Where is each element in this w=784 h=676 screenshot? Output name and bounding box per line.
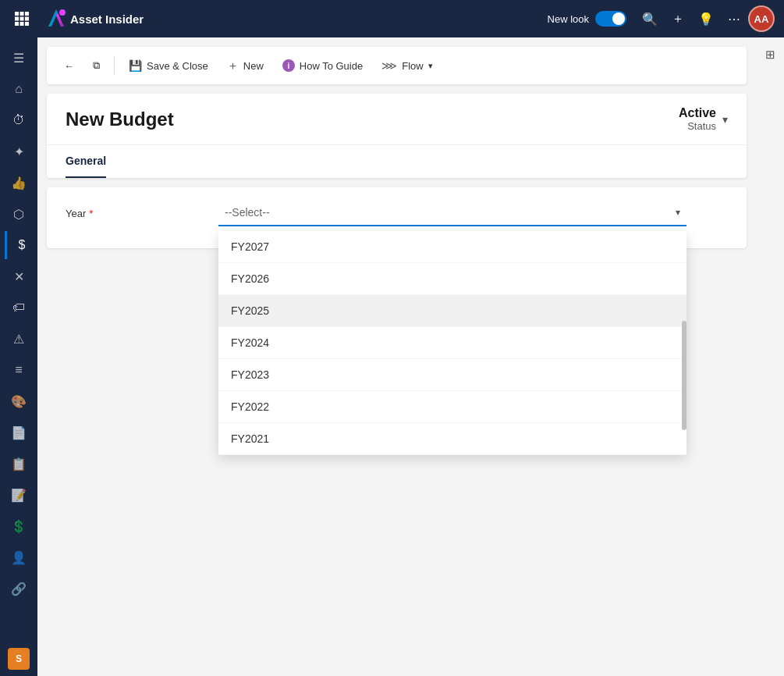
form-title: New Budget — [66, 109, 174, 130]
option-fy2026[interactable]: FY2026 — [218, 263, 686, 295]
option-fy2024[interactable]: FY2024 — [218, 327, 686, 359]
user-avatar[interactable]: AA — [748, 5, 775, 32]
sidebar-tag-icon[interactable]: 🏷 — [5, 294, 33, 322]
how-to-guide-label: How To Guide — [300, 60, 363, 72]
fields-card: Year* --Select-- ▾ FY2027 FY2026 FY2025 … — [47, 187, 747, 248]
sidebar-clock-icon[interactable]: ⏱ — [5, 106, 33, 134]
new-button[interactable]: ＋ New — [219, 54, 271, 78]
status-sub-text: Status — [679, 120, 716, 132]
required-indicator: * — [89, 208, 93, 219]
toolbar-divider-1 — [114, 56, 115, 75]
save-close-button[interactable]: 💾 Save & Close — [121, 55, 216, 76]
flow-chevron-icon: ▾ — [428, 61, 433, 71]
right-panel: ⊞ — [756, 37, 784, 676]
popout-button[interactable]: ⧉ — [85, 55, 108, 76]
option-fy2025[interactable]: FY2025 — [218, 295, 686, 327]
form-card: New Budget Active Status ▾ General — [47, 94, 747, 178]
status-area[interactable]: Active Status ▾ — [679, 106, 728, 132]
status-label: Active Status — [679, 106, 716, 132]
back-icon: ← — [64, 60, 74, 72]
flow-button[interactable]: ⋙ Flow ▾ — [374, 55, 440, 76]
option-fy2022[interactable]: FY2022 — [218, 391, 686, 423]
sidebar-list-icon[interactable]: ≡ — [5, 356, 33, 384]
year-field-row: Year* --Select-- ▾ FY2027 FY2026 FY2025 … — [66, 200, 728, 226]
add-button[interactable]: ＋ — [664, 5, 692, 33]
option-fy2021[interactable]: FY2021 — [218, 423, 686, 455]
option-fy2027[interactable]: FY2027 — [218, 231, 686, 263]
svg-rect-3 — [15, 17, 19, 21]
status-chevron-icon: ▾ — [722, 113, 728, 126]
select-placeholder: --Select-- — [225, 206, 270, 219]
select-chevron-icon: ▾ — [676, 207, 680, 218]
info-icon: i — [282, 59, 295, 72]
sidebar-menu-icon[interactable]: ☰ — [5, 44, 33, 72]
year-select[interactable]: --Select-- ▾ — [218, 200, 686, 226]
how-to-guide-button[interactable]: i How To Guide — [275, 55, 371, 76]
sidebar-thumb-icon[interactable]: 👍 — [5, 169, 33, 197]
app-name: Asset Insider — [70, 12, 548, 26]
sidebar-warning-icon[interactable]: ⚠ — [5, 325, 33, 353]
sidebar-cross-icon[interactable]: ✕ — [5, 262, 33, 290]
dropdown-scrollbar — [682, 231, 686, 455]
sidebar-notes-icon[interactable]: 📝 — [5, 481, 33, 509]
flow-label: Flow — [402, 60, 423, 72]
option-fy2023[interactable]: FY2023 — [218, 359, 686, 391]
year-label: Year* — [66, 208, 206, 219]
sidebar-doc2-icon[interactable]: 📋 — [5, 450, 33, 478]
form-tabs: General — [47, 145, 747, 178]
svg-rect-6 — [15, 22, 19, 26]
more-options-button[interactable]: ⋯ — [720, 5, 748, 33]
svg-rect-7 — [20, 22, 24, 26]
lightbulb-button[interactable]: 💡 — [692, 5, 720, 33]
search-button[interactable]: 🔍 — [636, 5, 664, 33]
sidebar-bottom: S — [8, 648, 30, 670]
sidebar-star-icon[interactable]: ✦ — [5, 137, 33, 165]
sidebar-person-icon[interactable]: 👤 — [5, 543, 33, 571]
svg-rect-4 — [20, 17, 24, 21]
sidebar-org-icon[interactable]: 🔗 — [5, 575, 33, 603]
app-logo — [42, 5, 70, 33]
new-label: New — [243, 60, 264, 72]
svg-rect-0 — [15, 12, 19, 16]
sidebar-doc-icon[interactable]: 📄 — [5, 418, 33, 447]
grid-menu-icon[interactable] — [9, 6, 34, 31]
right-panel-icon[interactable]: ⊞ — [759, 44, 781, 66]
form-header: New Budget Active Status ▾ — [47, 94, 747, 145]
sidebar-budget-icon[interactable]: $ — [5, 231, 33, 259]
save-close-label: Save & Close — [147, 60, 208, 72]
svg-rect-8 — [25, 22, 29, 26]
tab-general[interactable]: General — [66, 145, 106, 178]
back-button[interactable]: ← — [56, 55, 82, 76]
new-look-toggle[interactable]: New look — [548, 11, 626, 27]
sidebar-palette-icon[interactable]: 🎨 — [5, 387, 33, 415]
toggle-switch[interactable] — [595, 11, 626, 27]
popout-icon: ⧉ — [93, 59, 100, 72]
main-layout: ☰ ⌂ ⏱ ✦ 👍 ⬡ $ ✕ 🏷 ⚠ ≡ 🎨 📄 📋 📝 💲 👤 🔗 S ← … — [0, 37, 784, 676]
scrollbar-thumb — [682, 321, 686, 430]
svg-point-9 — [59, 9, 66, 16]
sidebar-home-icon[interactable]: ⌂ — [5, 75, 33, 103]
sidebar-cube-icon[interactable]: ⬡ — [5, 200, 33, 228]
left-sidebar: ☰ ⌂ ⏱ ✦ 👍 ⬡ $ ✕ 🏷 ⚠ ≡ 🎨 📄 📋 📝 💲 👤 🔗 S — [0, 37, 37, 676]
year-input-wrapper: --Select-- ▾ FY2027 FY2026 FY2025 FY2024… — [218, 200, 728, 226]
year-dropdown: FY2027 FY2026 FY2025 FY2024 FY2023 FY202… — [218, 231, 686, 455]
status-active-text: Active — [679, 106, 716, 120]
save-icon: 💾 — [129, 59, 142, 72]
toggle-knob — [612, 12, 625, 25]
sidebar-dollar-icon[interactable]: 💲 — [5, 512, 33, 540]
new-look-label: New look — [548, 13, 589, 25]
toolbar: ← ⧉ 💾 Save & Close ＋ New i How To Guide … — [47, 47, 747, 84]
svg-rect-5 — [25, 17, 29, 21]
sidebar-user-avatar[interactable]: S — [8, 648, 30, 670]
plus-icon: ＋ — [227, 59, 239, 73]
content-area: ← ⧉ 💾 Save & Close ＋ New i How To Guide … — [37, 37, 756, 676]
top-nav: Asset Insider New look 🔍 ＋ 💡 ⋯ AA — [0, 0, 784, 37]
svg-rect-2 — [25, 12, 29, 16]
svg-rect-1 — [20, 12, 24, 16]
flow-icon: ⋙ — [381, 59, 397, 72]
